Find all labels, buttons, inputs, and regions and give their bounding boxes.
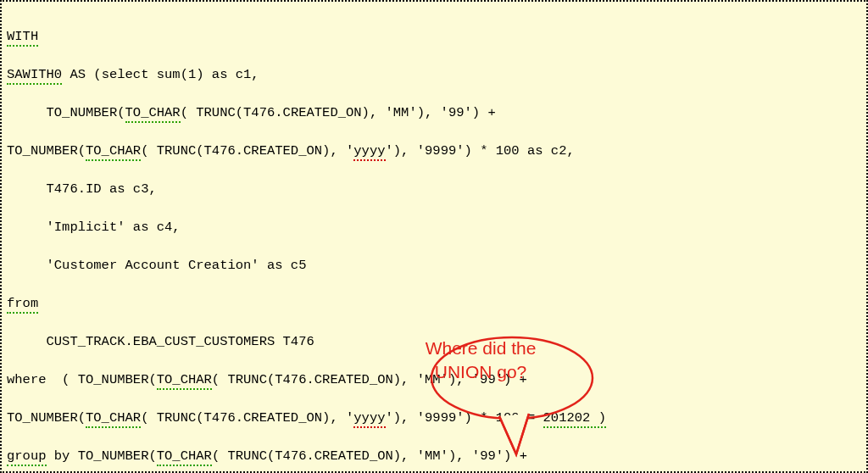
code-text: TO_CHAR [86,410,141,428]
code-text: TO_NUMBER( [7,410,86,426]
code-text: ( TRUNC(T476.CREATED_ON), ' [141,410,353,426]
code-text: yyyy [353,410,385,428]
code-text: TO_NUMBER( [7,143,86,159]
code-text: CUST_TRACK.EBA_CUST_CUSTOMERS T476 [7,334,314,349]
code-text: SAWITH0 [7,67,62,85]
code-text: from [7,296,38,314]
code-text: TO_CHAR [125,105,181,123]
code-text: group [7,448,47,466]
code-text: ( TRUNC(T476.CREATED_ON), 'MM'), '99') + [181,105,496,120]
code-text: ( TRUNC(T476.CREATED_ON), 'MM'), '99') + [212,372,527,387]
code-text: WITH [7,29,38,47]
code-text: 201202 ) [543,410,606,428]
code-text: '), '9999') * 100 = [386,410,543,426]
code-text: TO_CHAR [157,448,212,466]
code-text: TO_CHAR [157,372,212,390]
code-text: T476.ID as c3, [7,181,157,197]
code-text: TO_NUMBER( [7,105,125,120]
code-text: 'Implicit' as c4, [7,220,181,235]
code-text: where ( TO_NUMBER( [7,372,157,387]
code-text: by TO_NUMBER( [47,448,157,464]
code-text: TO_CHAR [86,143,141,161]
code-text: yyyy [353,143,385,161]
code-text: ( TRUNC(T476.CREATED_ON), ' [141,143,353,159]
code-block: WITH SAWITH0 AS (select sum(1) as c1, TO… [0,0,868,473]
speech-bubble-icon [419,336,605,454]
code-text: '), '9999') * 100 as c2, [386,143,575,159]
code-text: AS (select sum(1) as c1, [62,67,259,82]
code-text: 'Customer Account Creation' as c5 [7,258,306,273]
code-text: ( TRUNC(T476.CREATED_ON), 'MM'), '99') + [212,448,527,464]
